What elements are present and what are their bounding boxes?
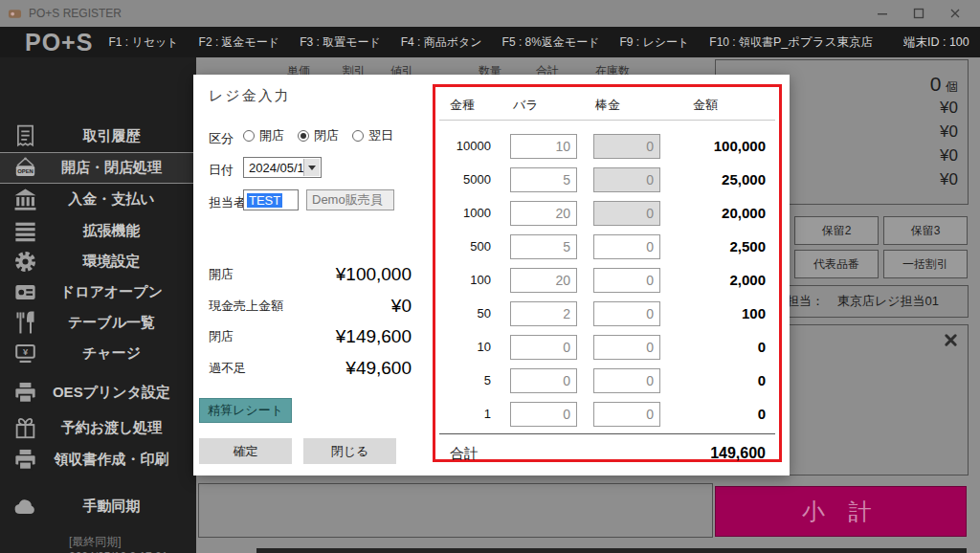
sidebar-item-8[interactable]: ¥チャージ bbox=[0, 338, 196, 369]
radio-icon[interactable] bbox=[352, 130, 364, 142]
panel-button-2[interactable]: 保留3 bbox=[883, 216, 968, 245]
svg-text:¥: ¥ bbox=[22, 347, 28, 357]
cashier-label: 担当： bbox=[787, 293, 824, 310]
fkey-item-7[interactable]: F10 : 領収書 bbox=[709, 34, 773, 51]
loose-count-input[interactable]: 20 bbox=[510, 201, 577, 226]
roll-count-input[interactable]: 0 bbox=[593, 268, 660, 293]
denomination-column-header: バラ bbox=[513, 97, 539, 114]
sidebar-item-10[interactable]: 予約お渡し処理 bbox=[0, 412, 196, 444]
denomination-row: 50005025,000 bbox=[435, 163, 779, 196]
row-amount-value: 2,000 bbox=[660, 272, 779, 288]
sidebar-item-4[interactable]: 拡張機能 bbox=[0, 215, 196, 247]
loose-count-input[interactable]: 0 bbox=[510, 335, 577, 360]
category-radio-group: 開店閉店翌日 bbox=[243, 127, 393, 144]
row-amount-value: 25,000 bbox=[660, 171, 779, 188]
app-icon bbox=[8, 7, 22, 21]
row-amount-value: 100,000 bbox=[660, 138, 779, 154]
panel-button-1[interactable]: 保留2 bbox=[794, 216, 879, 245]
chevron-down-icon[interactable] bbox=[303, 159, 320, 176]
roll-count-input[interactable]: 0 bbox=[593, 234, 660, 259]
denomination-table: 金種バラ棒金金額 10000100100,00050005025,0001000… bbox=[433, 84, 782, 462]
fkey-item-5[interactable]: F5 : 8%返金モード bbox=[502, 34, 600, 51]
bottom-panel-edge bbox=[256, 548, 967, 553]
fkey-item-1[interactable]: F1 : リセット bbox=[108, 34, 178, 51]
summary-label: 開店 bbox=[209, 266, 234, 283]
row-amount-value: 0 bbox=[660, 372, 779, 388]
sidebar-item-3[interactable]: 入金・支払い bbox=[0, 184, 196, 215]
sidebar-item-2[interactable]: OPEN開店・閉店処理 bbox=[0, 152, 196, 184]
loose-count-input[interactable]: 5 bbox=[510, 167, 577, 192]
roll-count-input[interactable]: 0 bbox=[593, 335, 660, 360]
close-icon[interactable] bbox=[949, 8, 961, 19]
denomination-row: 1000 bbox=[435, 397, 779, 431]
app-logo: PO+S bbox=[25, 28, 93, 56]
denomination-row: 100020020,000 bbox=[435, 196, 779, 230]
roll-count-input[interactable]: 0 bbox=[593, 402, 660, 427]
cash-input-dialog: レジ金入力 区分 開店閉店翌日 日付 2024/05/10 担当者 TEST D… bbox=[193, 75, 790, 476]
panel-button-3[interactable]: 代表品番 bbox=[794, 250, 879, 278]
svg-text:OPEN: OPEN bbox=[17, 168, 33, 174]
list-icon bbox=[9, 217, 41, 245]
loose-count-input[interactable]: 0 bbox=[510, 402, 577, 427]
denomination-label: 500 bbox=[435, 239, 491, 254]
sync-line: [最終同期] bbox=[69, 534, 167, 549]
roll-count-input[interactable]: 0 bbox=[593, 368, 660, 393]
confirm-button[interactable]: 確定 bbox=[199, 438, 292, 464]
sync-line: 2024/05/10 9:17:21 bbox=[69, 549, 167, 553]
clear-items-icon[interactable] bbox=[944, 333, 958, 347]
roll-count-input[interactable]: 0 bbox=[593, 301, 660, 326]
receipt-icon bbox=[9, 122, 41, 150]
loose-count-input[interactable]: 0 bbox=[510, 368, 577, 393]
staff-code-input[interactable]: TEST bbox=[243, 189, 299, 210]
open-sign-icon: OPEN bbox=[9, 155, 41, 183]
terminal-id: 端末ID : 100 bbox=[903, 34, 969, 51]
fkey-item-3[interactable]: F3 : 取置モード bbox=[300, 34, 381, 51]
radio-option[interactable]: 閉店 bbox=[298, 127, 339, 144]
fkey-item-2[interactable]: F2 : 返金モード bbox=[199, 34, 280, 51]
loose-count-input[interactable]: 2 bbox=[510, 301, 577, 326]
denomination-label: 50 bbox=[435, 306, 491, 321]
summary-label: 閉店 bbox=[209, 328, 234, 345]
loose-count-input[interactable]: 20 bbox=[510, 268, 577, 293]
denomination-label: 10000 bbox=[435, 139, 491, 153]
radio-label: 翌日 bbox=[368, 127, 393, 144]
sidebar-item-5[interactable]: 環境設定 bbox=[0, 246, 196, 277]
loose-count-input[interactable]: 5 bbox=[510, 234, 577, 259]
subtotal-button[interactable]: 小 計 bbox=[715, 486, 967, 537]
loose-count-input[interactable]: 10 bbox=[510, 134, 577, 159]
window-title: PO+S REGISTER bbox=[29, 7, 122, 20]
gear-icon bbox=[9, 248, 41, 276]
fkey-item-6[interactable]: F9 : レシート bbox=[619, 34, 689, 51]
radio-icon[interactable] bbox=[243, 130, 255, 142]
denomination-row: 10000 bbox=[435, 330, 779, 364]
category-label: 区分 bbox=[209, 130, 234, 147]
staff-name-field: Demo販売員 bbox=[306, 189, 394, 210]
denomination-column-header: 金額 bbox=[693, 97, 718, 114]
radio-option[interactable]: 開店 bbox=[243, 127, 284, 144]
close-button[interactable]: 閉じる bbox=[303, 438, 396, 464]
radio-option[interactable]: 翌日 bbox=[352, 127, 393, 144]
panel-button-4[interactable]: 一括割引 bbox=[883, 250, 968, 278]
sidebar-item-9[interactable]: OESプリンタ設定 bbox=[0, 377, 196, 409]
fkey-item-4[interactable]: F4 : 商品ボタン bbox=[401, 34, 482, 51]
sidebar-item-11[interactable]: 領収書作成・印刷 bbox=[0, 444, 196, 476]
row-amount-value: 2,500 bbox=[660, 238, 779, 254]
denomination-label: 5000 bbox=[435, 172, 491, 187]
window-controls bbox=[877, 8, 972, 19]
summary-value: ¥100,000 bbox=[336, 264, 412, 285]
date-value: 2024/05/10 bbox=[249, 161, 311, 175]
maximize-icon[interactable] bbox=[913, 8, 924, 19]
sidebar-item-6[interactable]: ドロアオープン bbox=[0, 276, 196, 308]
denomination-label: 1000 bbox=[435, 206, 491, 220]
sidebar-item-12[interactable]: 手動同期 bbox=[0, 491, 196, 522]
radio-icon[interactable] bbox=[298, 130, 309, 142]
minimize-icon[interactable] bbox=[877, 8, 888, 19]
sidebar-item-1[interactable]: 取引履歴 bbox=[0, 121, 196, 152]
top-navbar: PO+S F1 : リセットF2 : 返金モードF3 : 取置モードF4 : 商… bbox=[0, 27, 980, 57]
settlement-receipt-button[interactable]: 精算レシート bbox=[199, 398, 292, 423]
summary-value: ¥149,600 bbox=[336, 326, 412, 347]
date-select[interactable]: 2024/05/10 bbox=[243, 157, 322, 178]
denomination-row: 10000100100,000 bbox=[435, 129, 779, 163]
sidebar-item-7[interactable]: テーブル一覧 bbox=[0, 307, 196, 339]
denomination-column-header: 棒金 bbox=[595, 97, 620, 114]
